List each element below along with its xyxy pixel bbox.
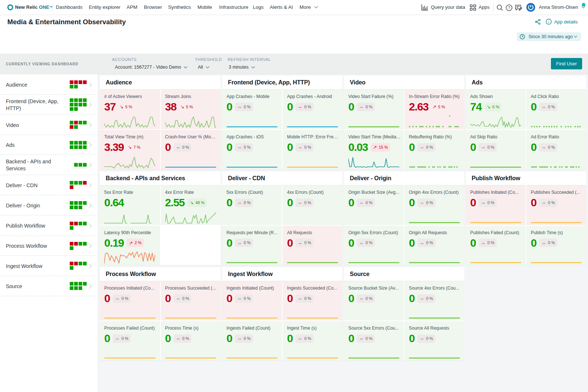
svg-text:i: i — [548, 20, 549, 24]
svg-text:?: ? — [508, 6, 510, 10]
